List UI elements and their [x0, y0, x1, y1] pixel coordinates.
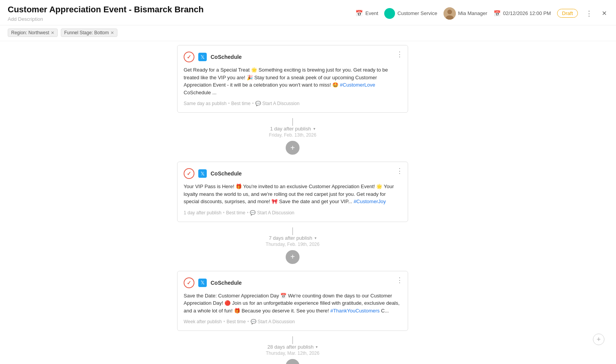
add-button-1[interactable]: +	[286, 141, 300, 155]
post-menu-2[interactable]: ⋮	[396, 167, 403, 175]
add-description[interactable]: Add Description	[8, 16, 355, 22]
page-header: Customer Appreciation Event - Bismarck B…	[0, 0, 616, 25]
post-menu-1[interactable]: ⋮	[396, 50, 403, 58]
post-body-2: Your VIP Pass is Here! 🎁 You're invited …	[184, 183, 402, 205]
draft-button[interactable]: Draft	[557, 9, 578, 18]
coschedule-check-icon-2	[184, 168, 194, 179]
post-footer-1: Same day as publish • Best time • 💬 Star…	[184, 101, 402, 106]
connector-line-3	[292, 336, 293, 344]
event-label: Event	[365, 10, 378, 16]
tags-row: Region: Northwest ✕ Funnel Stage: Bottom…	[0, 25, 616, 41]
team-color-dot	[384, 8, 395, 19]
post-body-1: Get Ready for a Special Treat 🌟 Somethin…	[184, 66, 402, 96]
header-right: 📅 Event Customer Service Mia Manager 📅 0…	[355, 7, 608, 20]
twitter-icon-1: 𝕏	[198, 53, 207, 61]
tag-region-label: Region: Northwest	[11, 30, 49, 35]
svg-point-1	[447, 10, 452, 14]
scroll-area: 𝕏 CoSchedule Get Ready for a Special Tre…	[0, 45, 585, 364]
time-label-3[interactable]: 28 days after publish ▾	[268, 344, 318, 350]
add-button-3[interactable]: +	[286, 359, 300, 364]
main-layout: 𝕏 CoSchedule Get Ready for a Special Tre…	[0, 41, 616, 364]
post-header-1: 𝕏 CoSchedule	[184, 52, 402, 62]
page-title: Customer Appreciation Event - Bismarck B…	[8, 5, 355, 15]
coschedule-check-icon-1	[184, 52, 194, 62]
header-left: Customer Appreciation Event - Bismarck B…	[8, 5, 355, 22]
post-menu-3[interactable]: ⋮	[396, 276, 403, 284]
calendar-icon: 📅	[355, 10, 363, 17]
user-meta[interactable]: Mia Manager	[444, 7, 487, 20]
time-label-2[interactable]: 7 days after publish ▾	[269, 235, 316, 241]
event-meta[interactable]: 📅 Event	[355, 10, 378, 17]
post-body-3: Save the Date: Customer Appreciation Day…	[184, 292, 402, 315]
tag-region: Region: Northwest ✕	[8, 28, 58, 37]
post-card-2: 𝕏 CoSchedule Your VIP Pass is Here! 🎁 Yo…	[177, 162, 408, 222]
post-card-3: 𝕏 CoSchedule Save the Date: Customer App…	[177, 271, 408, 331]
separator-3: 28 days after publish ▾ Thursday, Mar. 1…	[173, 336, 412, 364]
tag-funnel-label: Funnel Stage: Bottom	[64, 30, 109, 35]
post-footer-3: Week after publish • Best time • 💬 Start…	[184, 319, 402, 324]
hashtag-2: #CustomerJoy	[353, 199, 386, 204]
separator-2: 7 days after publish ▾ Thursday, Feb. 19…	[173, 227, 412, 267]
team-label: Customer Service	[397, 10, 437, 16]
post-header-2: 𝕏 CoSchedule	[184, 168, 402, 179]
chevron-icon-2: ▾	[315, 236, 316, 240]
timeline: 𝕏 CoSchedule Get Ready for a Special Tre…	[173, 45, 412, 364]
hashtag-1: #CustomerLove	[340, 82, 375, 88]
post-card-1: 𝕏 CoSchedule Get Ready for a Special Tre…	[177, 45, 408, 113]
team-meta[interactable]: Customer Service	[384, 8, 437, 19]
chevron-icon-3: ▾	[316, 345, 318, 349]
connector-line-2	[292, 227, 293, 235]
time-label-1[interactable]: 1 day after publish ▾	[270, 126, 315, 132]
chevron-icon-1: ▾	[313, 127, 315, 131]
time-date-2: Thursday, Feb. 19th, 2026	[266, 242, 320, 247]
tag-funnel-remove[interactable]: ✕	[110, 30, 114, 35]
post-username-3: CoSchedule	[211, 280, 242, 286]
post-header-3: 𝕏 CoSchedule	[184, 277, 402, 288]
close-button[interactable]: ✕	[600, 8, 608, 18]
date-meta[interactable]: 📅 02/12/2026 12:00 PM	[494, 10, 551, 17]
twitter-icon-3: 𝕏	[198, 279, 207, 287]
post-username-2: CoSchedule	[211, 170, 242, 177]
post-username-1: CoSchedule	[211, 54, 242, 60]
twitter-icon-2: 𝕏	[198, 169, 207, 178]
time-date-1: Friday, Feb. 13th, 2026	[269, 132, 316, 138]
tag-funnel: Funnel Stage: Bottom ✕	[61, 28, 117, 37]
tag-region-remove[interactable]: ✕	[51, 30, 54, 35]
add-button-2[interactable]: +	[286, 250, 300, 264]
hashtag-3: #ThankYouCustomers	[330, 308, 380, 314]
add-right-button[interactable]: +	[593, 334, 604, 345]
connector-line	[292, 118, 293, 126]
user-label: Mia Manager	[458, 10, 487, 16]
right-panel: +	[585, 41, 616, 364]
coschedule-check-icon-3	[184, 277, 194, 288]
more-options-button[interactable]: ⋮	[584, 8, 594, 19]
post-footer-2: 1 day after publish • Best time • 💬 Star…	[184, 210, 402, 215]
date-label: 02/12/2026 12:00 PM	[503, 10, 551, 16]
date-icon: 📅	[494, 10, 501, 17]
time-date-3: Thursday, Mar. 12th, 2026	[266, 351, 319, 356]
avatar	[444, 7, 456, 20]
separator-1: 1 day after publish ▾ Friday, Feb. 13th,…	[173, 118, 412, 158]
